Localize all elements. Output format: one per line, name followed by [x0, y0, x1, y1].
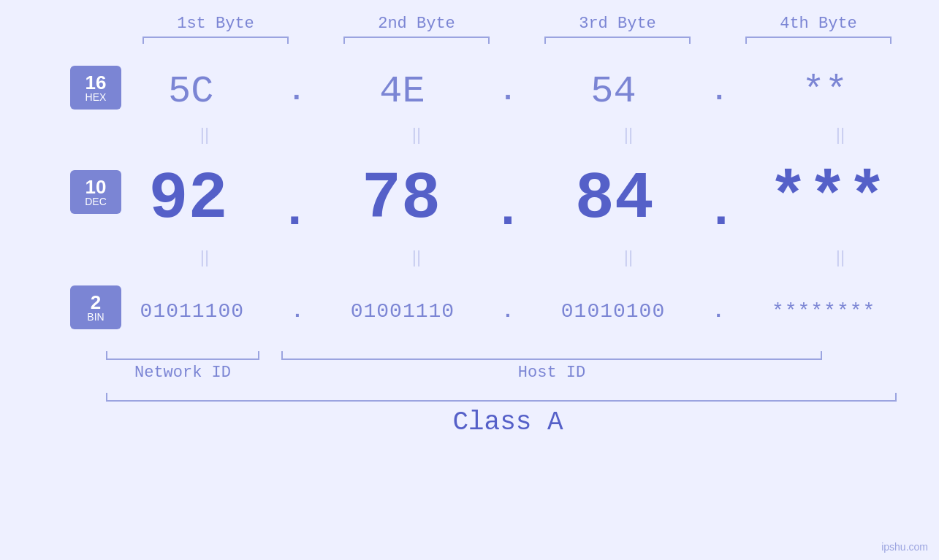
equals-row-2: || || || || [121, 247, 924, 267]
eq2-spacer3 [723, 247, 745, 267]
network-id-label: Network ID [106, 364, 259, 382]
hex-row: 16 HEX 5C . 4E . 54 . ** [0, 58, 939, 124]
eq1-spacer2 [512, 124, 533, 145]
dec-badge: 10 DEC [70, 170, 121, 214]
dec-val-2: 78 [328, 162, 474, 237]
bin-dot-3: . [712, 300, 725, 323]
hex-dot-1: . [288, 75, 305, 108]
top-bracket-1 [142, 37, 289, 44]
dec-dot-3: . [706, 182, 737, 239]
byte2-label: 2nd Byte [336, 15, 497, 33]
hex-val-3: 54 [541, 70, 687, 113]
dec-val-4: *** [755, 162, 901, 237]
watermark: ipshu.com [881, 541, 928, 553]
labels-row: Network ID Host ID [106, 360, 910, 382]
eq2-2: || [343, 247, 490, 267]
bottom-brackets-row [106, 351, 910, 360]
host-id-label: Host ID [281, 364, 822, 382]
hex-base-label: HEX [85, 92, 107, 102]
hex-base-number: 16 [85, 73, 107, 92]
bin-val-3: 01010100 [540, 300, 686, 323]
eq2-spacer2 [512, 247, 533, 267]
eq1-spacer1 [300, 124, 322, 145]
bin-dot-1: . [291, 300, 303, 323]
top-brackets-row [115, 37, 919, 44]
eq2-3: || [555, 247, 702, 267]
eq2-1: || [132, 247, 278, 267]
eq1-1: || [132, 124, 278, 145]
main-container: 1st Byte 2nd Byte 3rd Byte 4th Byte 16 H… [0, 0, 939, 560]
dec-dot-2: . [493, 182, 523, 239]
dec-base-number: 10 [85, 177, 107, 196]
eq1-3: || [555, 124, 702, 145]
top-bracket-4 [745, 37, 892, 44]
eq1-4: || [767, 124, 913, 145]
network-bracket [106, 351, 259, 360]
bin-val-2: 01001110 [330, 300, 476, 323]
top-bracket-2 [343, 37, 490, 44]
byte4-label: 4th Byte [738, 15, 899, 33]
dec-dot-1: . [279, 182, 310, 239]
hex-val-2: 4E [329, 70, 475, 113]
hex-val-4: ** [752, 70, 898, 113]
bin-base-number: 2 [91, 293, 101, 312]
byte1-label: 1st Byte [135, 15, 296, 33]
byte3-label: 3rd Byte [537, 15, 698, 33]
big-bracket-row [106, 393, 910, 402]
eq2-spacer1 [300, 247, 322, 267]
bin-row: 2 BIN 01011100 . 01001110 . 01010100 . *… [0, 275, 939, 348]
bin-val-1: 01011100 [119, 300, 265, 323]
bottom-section: Network ID Host ID Class A [0, 351, 939, 437]
bin-dot-2: . [502, 300, 514, 323]
hex-val-1: 5C [118, 70, 264, 113]
hex-dot-3: . [710, 75, 728, 108]
hex-values-grid: 5C . 4E . 54 . ** [106, 58, 910, 124]
class-label: Class A [106, 407, 910, 437]
dec-val-1: 92 [115, 162, 261, 237]
eq1-spacer3 [723, 124, 745, 145]
bin-badge: 2 BIN [70, 285, 121, 329]
top-bracket-3 [544, 37, 691, 44]
dec-val-3: 84 [541, 162, 688, 237]
eq1-2: || [343, 124, 490, 145]
byte-labels-row: 1st Byte 2nd Byte 3rd Byte 4th Byte [115, 15, 919, 33]
dec-values-grid: 92 . 78 . 84 . *** [106, 152, 910, 247]
class-bracket [106, 393, 897, 402]
host-bracket [281, 351, 822, 360]
hex-badge: 16 HEX [70, 66, 121, 110]
eq2-4: || [767, 247, 913, 267]
equals-row-1: || || || || [121, 124, 924, 145]
bin-base-label: BIN [87, 312, 104, 322]
hex-dot-2: . [499, 75, 517, 108]
dec-row: 10 DEC 92 . 78 . 84 . *** [0, 152, 939, 247]
bin-values-grid: 01011100 . 01001110 . 01010100 . *******… [106, 275, 910, 348]
bin-val-4: ******** [750, 300, 897, 323]
dec-base-label: DEC [85, 196, 107, 207]
